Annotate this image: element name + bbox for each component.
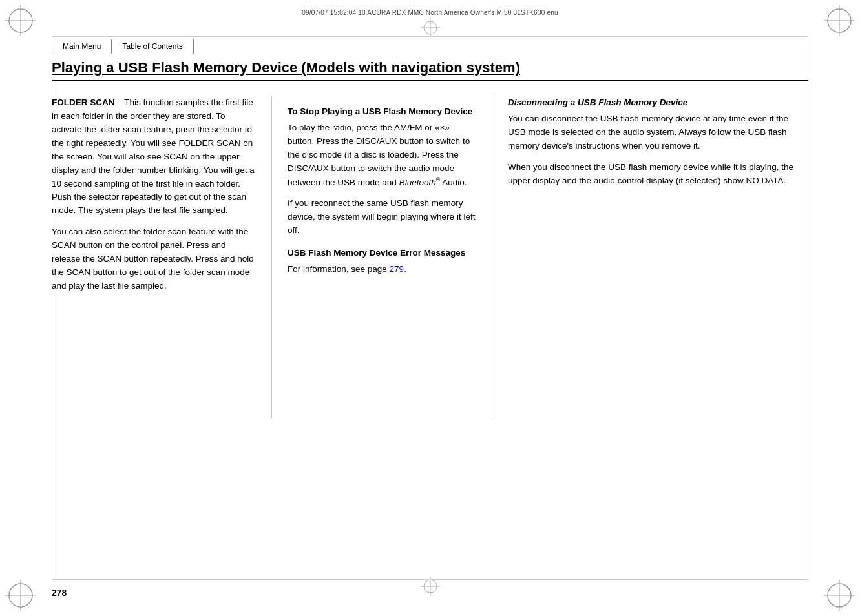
- folder-scan-term: FOLDER SCAN: [52, 98, 115, 107]
- corner-mark-br: [824, 580, 855, 611]
- page-number: 278: [52, 588, 67, 598]
- disconnecting-text1: You can disconnect the USB flash memory …: [508, 114, 788, 150]
- corner-mark-tr: [824, 5, 855, 36]
- disconnecting-heading: Disconnecting a USB Flash Memory Device: [508, 96, 808, 110]
- nav-buttons: Main Menu Table of Contents: [52, 39, 808, 54]
- columns-container: FOLDER SCAN – This function samples the …: [52, 96, 808, 419]
- stop-playing-section: To Stop Playing a USB Flash Memory Devic…: [288, 105, 476, 189]
- stop-playing-heading: To Stop Playing a USB Flash Memory Devic…: [288, 105, 476, 119]
- print-info: 09/07/07 15:02:04 10 ACURA RDX MMC North…: [78, 9, 782, 16]
- error-messages-section: USB Flash Memory Device Error Messages F…: [288, 247, 476, 276]
- trim-line-top: [52, 36, 808, 37]
- disconnecting-section: Disconnecting a USB Flash Memory Device …: [508, 96, 808, 153]
- folder-scan-dash: –: [115, 98, 122, 107]
- period: .: [404, 264, 406, 274]
- col-middle: To Stop Playing a USB Flash Memory Devic…: [272, 96, 492, 284]
- col-left: FOLDER SCAN – This function samples the …: [52, 96, 271, 301]
- audio-end-text: Audio.: [440, 177, 467, 187]
- bluetooth-text: Bluetooth: [399, 177, 436, 187]
- trim-line-bottom: [52, 579, 808, 580]
- folder-scan-para2: You can also select the folder scan feat…: [52, 225, 256, 293]
- page-279-link[interactable]: 279: [390, 264, 404, 274]
- page-title: Playing a USB Flash Memory Device (Model…: [52, 59, 808, 81]
- disconnect-playing-para: When you disconnect the USB flash memory…: [508, 161, 808, 188]
- toc-button[interactable]: Table of Contents: [111, 39, 193, 54]
- error-messages-text: For information, see page: [288, 264, 390, 274]
- corner-mark-bl: [5, 580, 36, 611]
- corner-mark-tl: [5, 5, 36, 36]
- folder-scan-para1: FOLDER SCAN – This function samples the …: [52, 96, 256, 218]
- main-menu-button[interactable]: Main Menu: [52, 39, 111, 54]
- error-messages-heading: USB Flash Memory Device Error Messages: [288, 247, 476, 260]
- reconnect-para: If you reconnect the same USB flash memo…: [288, 197, 476, 238]
- folder-scan-text1: This function samples the first file in …: [52, 98, 255, 215]
- content-area: Main Menu Table of Contents Playing a US…: [52, 39, 808, 577]
- col-right: Disconnecting a USB Flash Memory Device …: [492, 96, 808, 196]
